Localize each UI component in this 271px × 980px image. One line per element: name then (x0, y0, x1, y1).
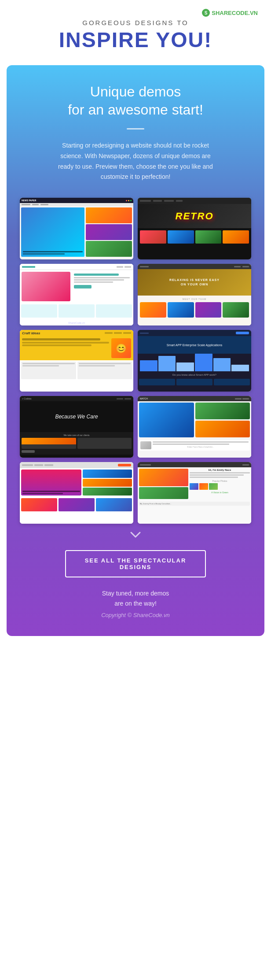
divider (127, 128, 144, 129)
header-subtitle: GORGEOUS DESIGNS TO (9, 19, 262, 26)
screenshot-watch[interactable]: WATCH Dubai: (138, 396, 251, 458)
screenshot-emily[interactable]: Hi, I'm Emily Nace Popular Photos A Visi… (138, 462, 251, 524)
screenshot-codista[interactable]: + Codista Because We Care We take care o… (20, 396, 133, 458)
footer-line1: Stay tuned, more demos are on the way! (20, 588, 251, 608)
svg-text:S: S (205, 11, 208, 15)
logo-icon: S (202, 9, 210, 17)
main-card: Unique demos for an awesome start! Start… (7, 65, 264, 636)
screenshot-spa[interactable]: RELAXING IS NEVER EASYON YOUR OWN MEET O… (138, 264, 251, 325)
screenshot-newspaper[interactable]: NEWS PAPER (20, 198, 133, 259)
screenshot-medical[interactable]: ShareCode.vn (20, 264, 133, 325)
copyright: Copyright © ShareCode.vn (20, 612, 251, 618)
demo-description: Starting or redesigning a website should… (52, 141, 219, 182)
cta-button[interactable]: SEE ALL THE SPECTACULAR DESIGNS (65, 550, 206, 577)
header-title: INSPIRE YOU! (9, 29, 262, 52)
logo: S SHARECODE.VN (202, 9, 258, 17)
logo-area: S SHARECODE.VN (9, 9, 262, 17)
screenshots-grid: NEWS PAPER (20, 198, 251, 524)
screenshot-magazine[interactable] (20, 462, 133, 524)
header-section: S SHARECODE.VN GORGEOUS DESIGNS TO INSPI… (0, 0, 271, 61)
screenshot-retro[interactable]: RETRO (138, 198, 251, 259)
chevron-down-icon (129, 530, 142, 544)
screenshot-app[interactable]: Smart APP Enterprise Scale Applications … (138, 330, 251, 392)
demo-title: Unique demos for an awesome start! (20, 83, 251, 119)
screenshot-craft[interactable]: Craft Ideas 😊 (20, 330, 133, 392)
